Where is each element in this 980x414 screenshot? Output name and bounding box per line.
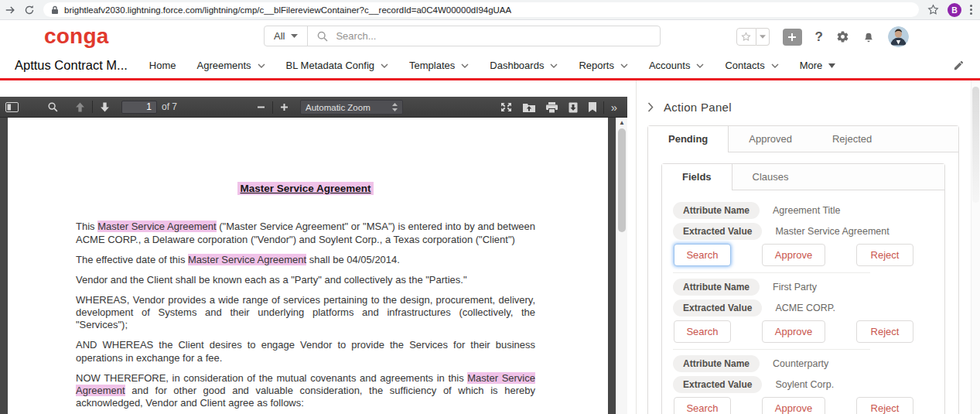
attribute-name-value: First Party (773, 282, 817, 293)
nav-item-label: Templates (409, 60, 455, 71)
document-paragraph: AND WHEREAS the Client desires to engage… (76, 339, 535, 364)
field-row-agreement-title: Attribute NameAgreement TitleExtracted V… (673, 202, 932, 273)
select-spinner-icon (392, 103, 398, 111)
extracted-value-pill: Extracted Value (673, 299, 762, 316)
bookmark-star-icon[interactable] (927, 4, 939, 15)
search-button[interactable]: Search (674, 244, 731, 266)
nav-item-reports[interactable]: Reports (579, 60, 628, 71)
forward-arrow-icon[interactable] (5, 5, 15, 15)
approve-button[interactable]: Approve (762, 244, 825, 266)
favorite-star-icon[interactable] (736, 28, 756, 46)
panel-scrollbar[interactable] (971, 80, 980, 414)
field-row-counterparty: Attribute NameCounterpartyExtracted Valu… (673, 355, 932, 414)
url-text[interactable]: brightleafv2030.lightning.force.com/ligh… (64, 5, 511, 15)
nav-item-accounts[interactable]: Accounts (649, 60, 704, 71)
reload-icon[interactable] (24, 5, 35, 15)
quick-create-icon[interactable] (783, 29, 802, 46)
page-down-icon[interactable] (94, 97, 115, 118)
attribute-name-pill: Attribute Name (673, 202, 760, 219)
highlighted-extraction: Master Service Agreement (97, 221, 216, 232)
edit-nav-pencil-icon[interactable] (953, 60, 965, 74)
nav-item-more[interactable]: More (800, 60, 836, 71)
attribute-name-value: Agreement Title (773, 205, 841, 216)
chevron-right-icon (647, 102, 654, 112)
browser-menu-icon[interactable] (970, 5, 972, 15)
extracted-value-text: ACME CORP. (775, 303, 835, 313)
highlighted-extraction: Master Service Agreement (188, 254, 306, 265)
tab-rejected[interactable]: Rejected (812, 126, 892, 152)
nav-item-templates[interactable]: Templates (409, 60, 469, 71)
favorites-control[interactable] (736, 28, 770, 46)
action-panel-header[interactable]: Action Panel (647, 101, 980, 114)
subtab-clauses[interactable]: Clauses (732, 164, 809, 190)
nav-item-dashboards[interactable]: Dashboards (490, 60, 558, 71)
favorites-caret-icon[interactable] (756, 28, 770, 46)
attribute-name-value: Counterparty (773, 358, 828, 369)
tab-approved[interactable]: Approved (729, 126, 812, 152)
pdf-scroll-thumb[interactable] (618, 128, 626, 232)
search-icon (317, 31, 328, 42)
user-avatar[interactable] (888, 26, 909, 47)
global-search-box[interactable]: All (264, 26, 661, 46)
paragraph-text: This (76, 221, 97, 232)
nav-item-label: Contacts (725, 60, 764, 71)
attribute-name-pill: Attribute Name (673, 279, 760, 296)
nav-item-agreements[interactable]: Agreements (197, 60, 265, 71)
document-paragraph: Vendor and the Client shall be known eac… (76, 274, 535, 286)
open-file-icon[interactable] (517, 97, 541, 118)
reject-button[interactable]: Reject (856, 244, 913, 266)
document-paragraph: WHEREAS, Vendor provides a wide range of… (76, 294, 535, 332)
approve-button[interactable]: Approve (762, 320, 825, 343)
download-icon[interactable] (563, 97, 583, 118)
find-icon[interactable] (43, 97, 63, 118)
panel-scroll-thumb[interactable] (972, 87, 979, 203)
nav-item-contacts[interactable]: Contacts (725, 60, 778, 71)
help-icon[interactable]: ? (815, 30, 823, 43)
nav-item-bl-metadata-config[interactable]: BL Metadata Config (286, 60, 388, 71)
document-page: Master Service Agreement This Master Ser… (8, 118, 608, 414)
tab-pending[interactable]: Pending (648, 126, 729, 152)
address-pill[interactable]: brightleafv2030.lightning.force.com/ligh… (43, 2, 919, 17)
scroll-up-icon[interactable]: ▲ (616, 119, 627, 126)
presentation-mode-icon[interactable] (495, 97, 517, 118)
app-name[interactable]: Apttus Contract M... (15, 58, 128, 73)
app-nav-bar: Apttus Contract M... HomeAgreementsBL Me… (0, 53, 980, 80)
search-button[interactable]: Search (674, 397, 731, 414)
page-count-label: of 7 (162, 101, 177, 112)
setup-gear-icon[interactable] (836, 30, 849, 43)
zoom-level-label: Automatic Zoom (306, 103, 370, 112)
paragraph-text: WHEREAS, Vendor provides a wide range of… (76, 294, 535, 331)
extracted-value-text: Soylent Corp. (775, 379, 834, 390)
zoom-out-icon[interactable] (251, 97, 271, 118)
reject-button[interactable]: Reject (856, 397, 913, 414)
zoom-level-select[interactable]: Automatic Zoom (300, 100, 403, 115)
search-input[interactable] (334, 26, 660, 46)
pdf-scrollbar[interactable]: ▲ (616, 118, 627, 414)
chevron-down-icon (258, 63, 265, 68)
page-number-input[interactable] (121, 101, 157, 114)
reject-button[interactable]: Reject (856, 320, 913, 343)
print-icon[interactable] (541, 97, 563, 118)
nav-item-label: Reports (579, 60, 614, 71)
nav-item-label: Dashboards (490, 60, 544, 71)
pdf-toolbar: of 7 Automatic Zoom (0, 97, 627, 118)
fields-clauses-tabset: FieldsClauses Attribute NameAgreement Ti… (661, 163, 945, 414)
nav-item-label: Home (149, 60, 176, 71)
nav-item-label: More (800, 60, 823, 71)
extracted-value-pill: Extracted Value (673, 223, 762, 240)
subtab-fields[interactable]: Fields (662, 164, 732, 190)
zoom-in-icon[interactable] (275, 97, 294, 118)
document-title-text: Master Service Agreement (237, 182, 373, 195)
page-up-icon[interactable] (70, 97, 90, 118)
approve-button[interactable]: Approve (762, 397, 825, 414)
nav-item-home[interactable]: Home (149, 60, 176, 71)
bookmark-icon[interactable] (583, 97, 602, 118)
more-tools-icon[interactable]: » (606, 97, 623, 118)
notifications-bell-icon[interactable] (862, 30, 875, 43)
chevron-down-icon (550, 63, 558, 68)
search-button[interactable]: Search (674, 320, 731, 343)
search-scope-dropdown[interactable]: All (265, 26, 307, 46)
sidebar-toggle-icon[interactable] (0, 97, 24, 118)
browser-profile-avatar[interactable]: B (948, 3, 961, 17)
search-divider (307, 26, 308, 46)
